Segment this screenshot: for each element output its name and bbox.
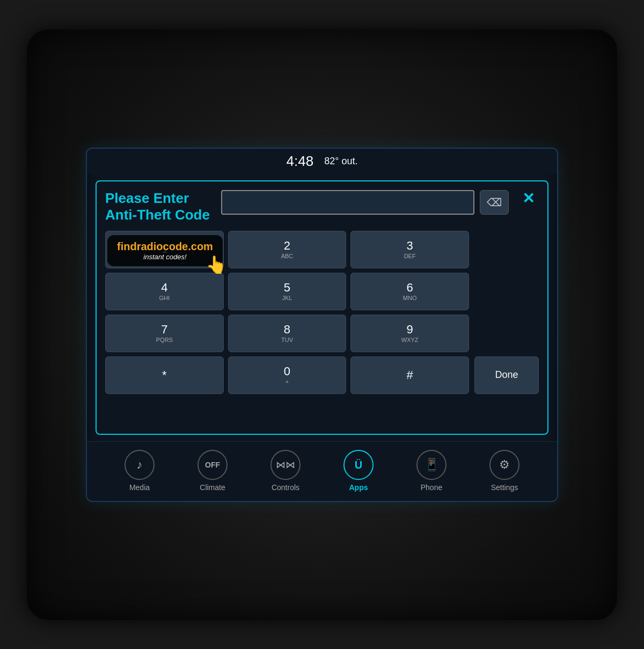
media-icon-circle: ♪ xyxy=(125,450,155,480)
bottom-nav: ♪ Media OFF Climate ⋈⋈ Controls Ü xyxy=(87,441,557,500)
key-2[interactable]: 2 ABC xyxy=(228,231,347,268)
anti-theft-panel: findradiocode.com instant codes! 👆 Pleas… xyxy=(96,180,548,435)
key-7[interactable]: 7 PQRS xyxy=(105,315,224,352)
nav-controls[interactable]: ⋈⋈ Controls xyxy=(261,450,310,492)
key-0[interactable]: 0 + xyxy=(228,356,347,394)
key-9[interactable]: 9 WXYZ xyxy=(350,315,469,352)
key-star[interactable]: * xyxy=(105,356,224,394)
apps-icon: Ü xyxy=(355,459,362,471)
music-icon: ♪ xyxy=(137,458,143,472)
main-content: findradiocode.com instant codes! 👆 Pleas… xyxy=(87,174,557,441)
media-label: Media xyxy=(129,483,150,492)
status-time: 4:48 xyxy=(287,153,314,170)
nav-phone[interactable]: 📱 Phone xyxy=(407,450,456,492)
climate-off-label: OFF xyxy=(205,461,220,469)
panel-title: Please Enter Anti-Theft Code xyxy=(105,190,213,223)
keypad-right: Done xyxy=(474,231,539,394)
status-temperature: 82° out. xyxy=(324,156,357,167)
nav-apps[interactable]: Ü Apps xyxy=(334,450,383,492)
settings-icon-circle: ⚙ xyxy=(489,450,519,480)
nav-climate[interactable]: OFF Climate xyxy=(188,450,237,492)
climate-label: Climate xyxy=(200,483,225,492)
key-hash[interactable]: # xyxy=(350,356,469,394)
watermark-subtitle: instant codes! xyxy=(117,253,213,261)
settings-label: Settings xyxy=(491,483,518,492)
car-bezel: 4:48 82° out. findradiocode.com instant … xyxy=(27,30,617,620)
apps-label: Apps xyxy=(349,483,368,492)
controls-icon: ⋈⋈ xyxy=(276,459,295,471)
phone-label: Phone xyxy=(421,483,442,492)
screen: 4:48 82° out. findradiocode.com instant … xyxy=(86,148,558,502)
done-button[interactable]: Done xyxy=(474,356,539,394)
nav-media[interactable]: ♪ Media xyxy=(115,450,164,492)
code-input[interactable] xyxy=(221,190,474,215)
nav-settings[interactable]: ⚙ Settings xyxy=(480,450,529,492)
controls-label: Controls xyxy=(272,483,299,492)
status-bar: 4:48 82° out. xyxy=(87,149,557,174)
key-8[interactable]: 8 TUV xyxy=(228,315,347,352)
key-3[interactable]: 3 DEF xyxy=(350,231,469,268)
key-4[interactable]: 4 GHI xyxy=(105,273,224,310)
watermark-url: findradiocode.com xyxy=(117,240,213,253)
input-row: ⌫ xyxy=(221,190,509,215)
panel-header: Please Enter Anti-Theft Code ⌫ ✕ xyxy=(105,190,539,223)
close-button[interactable]: ✕ xyxy=(517,188,539,209)
watermark: findradiocode.com instant codes! 👆 xyxy=(107,235,223,266)
gear-icon: ⚙ xyxy=(499,458,510,472)
hand-icon: 👆 xyxy=(206,254,227,275)
phone-icon: 📱 xyxy=(425,458,439,472)
key-5[interactable]: 5 JKL xyxy=(228,273,347,310)
phone-icon-circle: 📱 xyxy=(416,450,447,480)
key-6[interactable]: 6 MNO xyxy=(350,273,469,310)
controls-icon-circle: ⋈⋈ xyxy=(270,450,301,480)
apps-icon-circle: Ü xyxy=(343,450,374,480)
backspace-button[interactable]: ⌫ xyxy=(480,190,509,215)
climate-icon-circle: OFF xyxy=(197,450,228,480)
